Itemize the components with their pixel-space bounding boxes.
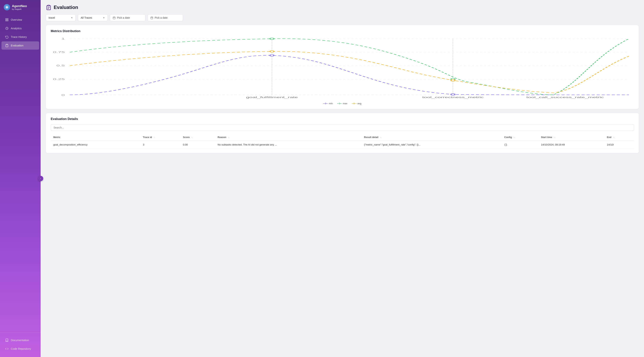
page-title: Evaluation <box>54 5 78 10</box>
svg-rect-2 <box>6 19 6 20</box>
col-metric: Metric <box>51 134 140 141</box>
col-start-time: Start time ↑↓ <box>538 134 604 141</box>
svg-text:goal_fulfillment_rate: goal_fulfillment_rate <box>246 96 298 99</box>
evaluation-details-card: Evaluation Details Metric Trace id ↑↓ Sc… <box>46 113 639 153</box>
sidebar-bottom: Documentation Code Repository <box>0 332 40 357</box>
metrics-chart: 1 0.75 0.5 0.25 0 goal_fulfillment_rate … <box>51 36 634 100</box>
metrics-distribution-card: Metrics Distribution 1 0.75 0.5 0.25 0 <box>46 25 639 109</box>
calendar-icon <box>113 17 116 19</box>
sidebar-collapse-button[interactable]: ‹ <box>38 176 43 181</box>
svg-point-35 <box>451 94 455 95</box>
book-icon <box>5 338 8 342</box>
svg-rect-15 <box>151 17 153 19</box>
sidebar-item-label: Analytics <box>11 27 22 30</box>
svg-point-38 <box>270 51 274 53</box>
svg-text:1: 1 <box>62 38 65 40</box>
project-filter[interactable]: travel ▼ <box>46 14 76 21</box>
svg-rect-4 <box>6 20 6 21</box>
sidebar-item-evaluation[interactable]: Evaluation <box>2 42 39 50</box>
svg-text:tool_call_success_rate_metric: tool_call_success_rate_metric <box>526 96 604 99</box>
svg-text:0: 0 <box>62 94 65 96</box>
svg-text:0.75: 0.75 <box>53 51 65 54</box>
chart-svg: 1 0.75 0.5 0.25 0 goal_fulfillment_rate … <box>51 36 634 100</box>
svg-point-43 <box>339 103 340 104</box>
svg-text:tool_correctness_metric: tool_correctness_metric <box>422 96 484 99</box>
filters-row: travel ▼ All Traces ▼ Pick a date Pick a… <box>46 14 639 21</box>
sidebar-item-documentation[interactable]: Documentation <box>2 336 39 344</box>
sort-icon[interactable]: ↑↓ <box>153 136 155 138</box>
code-icon <box>5 347 8 350</box>
max-line-icon <box>337 102 342 105</box>
sidebar-item-label: Evaluation <box>11 44 24 47</box>
sidebar: AgentNeo by RagaAI Overview Analytics Tr… <box>0 0 40 357</box>
page-header: Evaluation <box>46 5 639 10</box>
sidebar-nav: Overview Analytics Trace History Evaluat… <box>0 14 40 332</box>
col-reason: Reason ↑↓ <box>215 134 362 141</box>
sidebar-item-analytics[interactable]: Analytics <box>2 24 39 33</box>
cell-metric: goal_decomposition_efficiency <box>51 141 140 149</box>
clipboard-icon <box>5 44 8 47</box>
legend-min: min <box>323 102 333 105</box>
logo-area: AgentNeo by RagaAI <box>0 0 40 14</box>
svg-point-45 <box>354 103 354 104</box>
cell-end-time: 14/10/ <box>604 141 634 149</box>
sort-icon[interactable]: ↑↓ <box>554 136 556 138</box>
main-content: Evaluation travel ▼ All Traces ▼ Pick a … <box>40 0 644 357</box>
min-line-icon <box>323 102 328 105</box>
avg-line-icon <box>352 102 356 105</box>
table-row: goal_decomposition_efficiency 3 0.00 No … <box>51 141 634 149</box>
svg-rect-7 <box>6 44 8 45</box>
page-header-icon <box>46 5 52 10</box>
traces-filter[interactable]: All Traces ▼ <box>78 14 108 21</box>
sidebar-item-label: Trace History <box>11 36 27 39</box>
sort-icon[interactable]: ↑↓ <box>228 136 230 138</box>
sidebar-item-trace-history[interactable]: Trace History <box>2 33 39 41</box>
svg-rect-8 <box>48 5 50 6</box>
svg-rect-3 <box>7 19 8 20</box>
sidebar-item-overview[interactable]: Overview <box>2 16 39 24</box>
sort-icon[interactable]: ↑↓ <box>380 136 382 138</box>
svg-point-41 <box>325 103 326 104</box>
chevron-down-icon: ▼ <box>103 17 105 19</box>
clock-icon <box>5 27 8 30</box>
sidebar-item-label: Overview <box>11 18 22 21</box>
chart-legend: min max avg <box>51 102 634 105</box>
cell-score: 0.00 <box>180 141 215 149</box>
sort-icon[interactable]: ↑↓ <box>513 136 515 138</box>
svg-point-1 <box>6 6 8 8</box>
cell-trace-id: 3 <box>140 141 180 149</box>
sidebar-item-label: Code Repository <box>11 347 31 350</box>
sidebar-item-code-repository[interactable]: Code Repository <box>2 345 39 353</box>
date-from-picker[interactable]: Pick a date <box>110 14 145 21</box>
history-icon <box>5 35 8 39</box>
legend-avg: avg <box>352 102 361 105</box>
grid-icon <box>5 18 8 22</box>
logo-text: AgentNeo by RagaAI <box>12 4 27 10</box>
logo-icon <box>4 4 10 11</box>
cell-start-time: 14/10/2024, 09:19:49 <box>538 141 604 149</box>
svg-rect-5 <box>7 20 8 21</box>
sidebar-item-label: Documentation <box>11 339 29 342</box>
svg-text:0.25: 0.25 <box>53 78 65 80</box>
calendar-icon <box>150 17 153 19</box>
sort-icon[interactable]: ↑↓ <box>191 136 193 138</box>
metrics-chart-title: Metrics Distribution <box>51 29 634 33</box>
legend-max: max <box>337 102 348 105</box>
cell-config: {} <box>502 141 538 149</box>
col-trace-id: Trace id ↑↓ <box>140 134 180 141</box>
chevron-down-icon: ▼ <box>71 17 73 19</box>
col-config: Config ↑↓ <box>502 134 538 141</box>
cell-reason: No subtasks detected. The AI did not gen… <box>215 141 362 149</box>
svg-point-34 <box>270 55 274 56</box>
cell-result-detail: {"metric_name":"goal_fulfillment_rate","… <box>361 141 502 149</box>
col-result-detail: Result detail ↑↓ <box>361 134 502 141</box>
search-input[interactable] <box>51 124 634 131</box>
evaluation-table: Metric Trace id ↑↓ Score ↑↓ Reason ↑↓ <box>51 134 634 149</box>
svg-rect-11 <box>113 17 115 19</box>
date-to-picker[interactable]: Pick a date <box>148 14 183 21</box>
col-end-time: End ↑↓ <box>604 134 634 141</box>
sort-icon[interactable]: ↑↓ <box>613 136 615 138</box>
svg-point-36 <box>270 38 274 40</box>
svg-point-39 <box>451 80 455 81</box>
col-score: Score ↑↓ <box>180 134 215 141</box>
